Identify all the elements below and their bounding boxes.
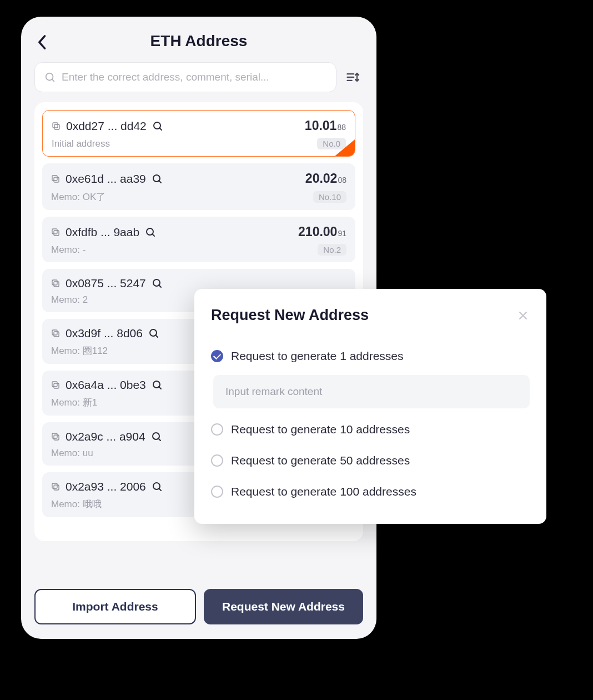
address-balance: 20.0208 xyxy=(305,171,346,186)
svg-rect-23 xyxy=(52,483,57,488)
request-new-address-button[interactable]: Request New Address xyxy=(204,589,363,624)
address-balance: 210.0091 xyxy=(298,224,346,239)
remark-input[interactable] xyxy=(213,375,530,408)
magnify-icon[interactable] xyxy=(152,481,163,492)
magnify-icon[interactable] xyxy=(151,431,162,442)
svg-rect-2 xyxy=(53,123,58,128)
address-number-badge: No.0 xyxy=(317,138,346,149)
svg-rect-17 xyxy=(52,382,57,387)
address-memo: Memo: 哦哦 xyxy=(51,498,102,511)
copy-icon[interactable] xyxy=(51,381,60,389)
radio-icon xyxy=(211,423,223,436)
copy-icon[interactable] xyxy=(52,122,61,131)
page-title: ETH Address xyxy=(150,32,248,50)
address-text: 0x2a9c ... a904 xyxy=(66,430,145,443)
address-memo: Memo: 新1 xyxy=(51,396,97,409)
svg-rect-13 xyxy=(54,332,59,337)
magnify-icon[interactable] xyxy=(152,379,163,391)
svg-rect-19 xyxy=(54,435,59,440)
svg-rect-20 xyxy=(52,433,57,438)
search-row xyxy=(21,62,376,102)
svg-rect-7 xyxy=(54,231,59,236)
modal-close-button[interactable] xyxy=(516,309,530,322)
generate-option-50[interactable]: Request to generate 50 addresses xyxy=(211,445,530,476)
address-balance: 10.0188 xyxy=(305,118,346,133)
magnify-icon[interactable] xyxy=(152,278,163,289)
radio-icon xyxy=(211,486,223,498)
svg-rect-14 xyxy=(52,330,57,335)
back-button[interactable] xyxy=(37,34,47,52)
radio-checked-icon xyxy=(211,350,223,362)
search-input[interactable] xyxy=(62,71,327,83)
modal-options: Request to generate 1 addresses Request … xyxy=(211,341,530,507)
copy-icon[interactable] xyxy=(51,279,60,288)
search-box[interactable] xyxy=(34,62,336,92)
address-text: 0x0875 ... 5247 xyxy=(66,277,146,290)
bottom-action-bar: Import Address Request New Address xyxy=(34,589,363,624)
chevron-left-icon xyxy=(37,34,47,50)
address-number-badge: No.2 xyxy=(318,244,346,256)
svg-rect-10 xyxy=(54,282,59,287)
address-memo: Memo: - xyxy=(51,244,86,256)
sort-button[interactable] xyxy=(343,67,363,87)
option-label: Request to generate 1 addresses xyxy=(231,349,404,363)
magnify-icon[interactable] xyxy=(148,328,159,339)
generate-option-1[interactable]: Request to generate 1 addresses xyxy=(211,341,530,372)
sort-icon xyxy=(345,69,361,85)
svg-rect-16 xyxy=(54,383,59,388)
address-memo: Memo: uu xyxy=(51,448,93,459)
svg-rect-4 xyxy=(54,177,59,182)
magnify-icon[interactable] xyxy=(152,173,163,184)
svg-rect-8 xyxy=(52,229,57,234)
import-address-button[interactable]: Import Address xyxy=(34,589,196,624)
request-new-address-modal: Request New Address Request to generate … xyxy=(194,289,546,524)
radio-icon xyxy=(211,454,223,467)
svg-rect-5 xyxy=(52,176,57,181)
option-label: Request to generate 10 addresses xyxy=(231,423,410,436)
address-number-badge: No.10 xyxy=(313,191,346,203)
modal-title: Request New Address xyxy=(211,307,369,324)
address-text: 0xe61d ... aa39 xyxy=(66,172,146,186)
svg-rect-1 xyxy=(54,124,59,129)
address-text: 0x6a4a ... 0be3 xyxy=(66,378,146,392)
header: ETH Address xyxy=(21,17,376,62)
copy-icon[interactable] xyxy=(51,174,60,183)
copy-icon[interactable] xyxy=(51,432,60,441)
copy-icon[interactable] xyxy=(51,329,60,338)
option-label: Request to generate 50 addresses xyxy=(231,454,410,467)
address-memo: Memo: 2 xyxy=(51,294,88,306)
close-icon xyxy=(518,311,528,321)
address-text: 0xfdfb ... 9aab xyxy=(66,226,139,239)
magnify-icon[interactable] xyxy=(145,227,156,238)
copy-icon[interactable] xyxy=(51,228,60,237)
search-icon xyxy=(44,71,56,83)
magnify-icon[interactable] xyxy=(152,121,163,132)
address-card[interactable]: 0xfdfb ... 9aab 210.0091 Memo: - No.2 xyxy=(42,217,355,262)
generate-option-10[interactable]: Request to generate 10 addresses xyxy=(211,414,530,445)
generate-option-100[interactable]: Request to generate 100 addresses xyxy=(211,476,530,507)
svg-rect-11 xyxy=(52,280,57,285)
copy-icon[interactable] xyxy=(51,482,60,491)
address-text: 0x2a93 ... 2006 xyxy=(66,480,146,493)
option-label: Request to generate 100 addresses xyxy=(231,485,416,498)
address-card[interactable]: 0xdd27 ... dd42 10.0188 Initial address … xyxy=(42,110,355,157)
address-text: 0xdd27 ... dd42 xyxy=(66,119,147,133)
address-memo: Memo: 圈112 xyxy=(51,344,108,357)
address-memo: Memo: OK了 xyxy=(51,191,105,203)
address-card[interactable]: 0xe61d ... aa39 20.0208 Memo: OK了 No.10 xyxy=(42,163,355,210)
address-memo: Initial address xyxy=(52,138,110,149)
svg-rect-22 xyxy=(54,485,59,490)
address-text: 0x3d9f ... 8d06 xyxy=(66,327,143,340)
